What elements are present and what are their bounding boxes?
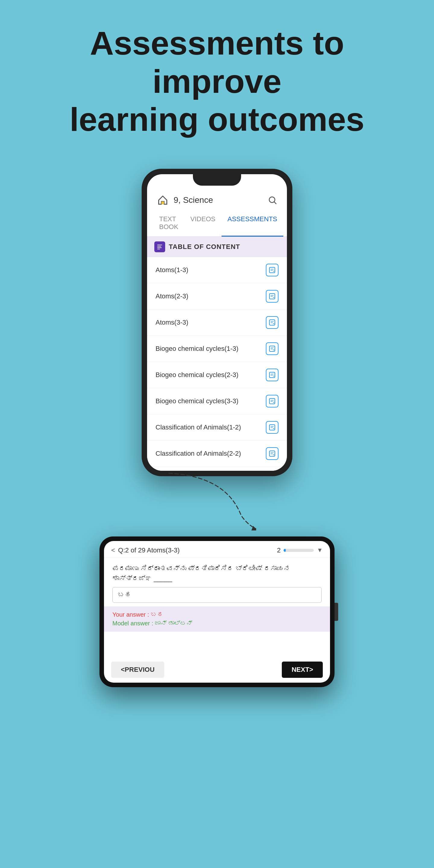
list-item[interactable]: Biogeo chemical cycles(3-3) (147, 388, 287, 414)
svg-rect-7 (270, 267, 275, 273)
ls-your-answer: Your answer : ಬಹ (113, 611, 321, 618)
ls-progress-bar (284, 549, 314, 552)
toc-header: TABLE OF CONTENT (147, 237, 287, 257)
assessment-icon[interactable] (266, 447, 278, 460)
ls-answer-input[interactable]: ಬಹ (113, 587, 321, 603)
svg-line-2 (274, 202, 276, 204)
ls-dropdown-icon[interactable]: ▼ (317, 547, 323, 554)
hero-section: Assessments to improve learning outcomes (0, 0, 434, 157)
ls-header-title: Q:2 of 29 Atoms(3-3) (118, 547, 180, 554)
hero-line2: learning outcomes (70, 101, 364, 138)
ls-model-answer-label: Model answer : (113, 620, 153, 627)
svg-rect-6 (157, 249, 160, 249)
content-list: Atoms(1-3) Atoms(2-3) (147, 257, 287, 471)
side-button (335, 603, 338, 621)
list-item-text: Atoms(3-3) (156, 318, 188, 327)
toc-title: TABLE OF CONTENT (169, 243, 240, 251)
search-icon[interactable] (267, 194, 278, 206)
screen-content: 9, Science TEXT BOOK VIDEOS ASSESSMENTS (147, 174, 287, 471)
svg-rect-28 (270, 451, 275, 456)
ls-header: < Q:2 of 29 Atoms(3-3) 2 ▼ (104, 541, 330, 558)
list-item[interactable]: Classification of Animals(2-2) (147, 441, 287, 467)
ls-model-answer: Model answer : ಜಾನ್ ಡಾಲ್ಟನ್ (113, 620, 321, 627)
svg-rect-0 (161, 201, 164, 204)
list-item-text: Biogeo chemical cycles(3-3) (156, 397, 239, 405)
list-item-text: Classification of Animals(2-2) (156, 450, 241, 458)
assessment-icon[interactable] (266, 421, 278, 434)
list-item[interactable]: Biogeo chemical cycles(2-3) (147, 362, 287, 388)
assessment-icon[interactable] (266, 290, 278, 303)
bottom-phone-wrapper: < Q:2 of 29 Atoms(3-3) 2 ▼ ಪರಮಾಣು ಸಿದ್ಧಾ… (0, 536, 434, 717)
ls-nav-buttons: <PREVIOU NEXT> (104, 657, 330, 683)
list-item-text: Biogeo chemical cycles(1-3) (156, 345, 239, 352)
bottom-phone-screen: < Q:2 of 29 Atoms(3-3) 2 ▼ ಪರಮಾಣು ಸಿದ್ಧಾ… (104, 541, 330, 683)
list-item[interactable]: Biogeo chemical cycles(1-3) (147, 336, 287, 362)
list-item-text: Biogeo chemical cycles(2-3) (156, 371, 239, 379)
app-header: 9, Science (147, 187, 287, 210)
list-item[interactable]: Atoms(2-3) (147, 283, 287, 310)
list-item-text: Atoms(1-3) (156, 266, 188, 274)
toc-icon (154, 241, 165, 252)
ls-question: ಪರಮಾಣು ಸಿದ್ಧಾಂತವನ್ನು ಪ್ರತಿಪಾದಿಸಿದ ಬ್ರಿಟೀ… (104, 558, 330, 587)
list-item[interactable]: Atoms(1-3) (147, 257, 287, 283)
list-item[interactable]: Atoms(3-3) (147, 310, 287, 336)
svg-rect-4 (157, 246, 161, 247)
svg-rect-3 (157, 244, 162, 245)
svg-rect-16 (270, 346, 275, 351)
tab-textbook[interactable]: TEXT BOOK (153, 210, 184, 237)
app-header-left: 9, Science (156, 193, 213, 207)
tab-videos[interactable]: VIDEOS (184, 210, 221, 237)
ls-header-left: < Q:2 of 29 Atoms(3-3) (111, 547, 180, 554)
bottom-phone-device: < Q:2 of 29 Atoms(3-3) 2 ▼ ಪರಮಾಣು ಸಿದ್ಧಾ… (99, 536, 335, 687)
ls-progress-fill (284, 549, 286, 552)
ls-your-answer-value: ಬಹ (151, 611, 163, 618)
assessment-icon[interactable] (266, 342, 278, 355)
assessment-icon[interactable] (266, 264, 278, 276)
ls-progress-area: 2 ▼ (277, 547, 323, 554)
assessment-icon[interactable] (266, 369, 278, 381)
home-icon[interactable] (156, 193, 170, 207)
ls-model-answer-value: ಜಾನ್ ಡಾಲ್ಟನ್ (155, 620, 192, 627)
phone-notch (193, 174, 241, 186)
assessment-icon[interactable] (266, 316, 278, 329)
ls-feedback: Your answer : ಬಹ Model answer : ಜಾನ್ ಡಾಲ… (104, 607, 330, 632)
svg-rect-10 (270, 293, 275, 299)
top-phone-wrapper: 9, Science TEXT BOOK VIDEOS ASSESSMENTS (0, 169, 434, 476)
next-button[interactable]: NEXT> (282, 661, 323, 678)
ls-back-button[interactable]: < (111, 547, 115, 554)
tab-assessments[interactable]: ASSESSMENTS (221, 210, 283, 237)
list-item-text: Classification of Animals(1-2) (156, 424, 241, 431)
hero-title: Assessments to improve learning outcomes (30, 24, 404, 138)
top-phone-screen: 9, Science TEXT BOOK VIDEOS ASSESSMENTS (147, 174, 287, 471)
ls-your-answer-label: Your answer : (113, 611, 149, 618)
ls-progress-number: 2 (277, 547, 281, 554)
svg-rect-25 (270, 425, 275, 430)
svg-rect-13 (270, 320, 275, 325)
prev-button[interactable]: <PREVIOU (111, 661, 164, 678)
list-item[interactable]: Classification of Animals(1-2) (147, 414, 287, 441)
top-phone-device: 9, Science TEXT BOOK VIDEOS ASSESSMENTS (142, 169, 292, 476)
app-tabs: TEXT BOOK VIDEOS ASSESSMENTS (147, 210, 287, 237)
assessment-icon[interactable] (266, 395, 278, 407)
svg-rect-22 (270, 398, 275, 404)
svg-rect-19 (270, 372, 275, 378)
svg-marker-40 (250, 526, 256, 530)
dashed-arrow (166, 470, 256, 530)
list-item-text: Atoms(2-3) (156, 292, 188, 300)
app-title: 9, Science (174, 195, 213, 205)
hero-bold-word: Assessments (90, 24, 304, 61)
svg-rect-5 (157, 247, 162, 248)
